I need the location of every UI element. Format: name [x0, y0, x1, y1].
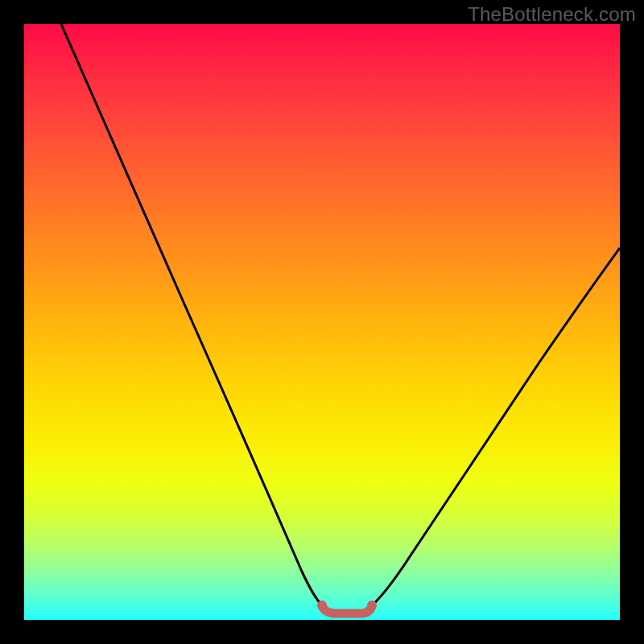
curve-right-arm [372, 248, 620, 605]
chart-frame: TheBottleneck.com [0, 0, 644, 644]
plot-area [24, 24, 620, 620]
optimal-zone-start-dot [317, 601, 327, 610]
curve-left-arm [61, 24, 322, 605]
bottleneck-curve [24, 24, 620, 620]
watermark-label: TheBottleneck.com [468, 3, 636, 26]
optimal-zone-end-dot [367, 601, 377, 610]
optimal-zone-segment [322, 605, 372, 613]
